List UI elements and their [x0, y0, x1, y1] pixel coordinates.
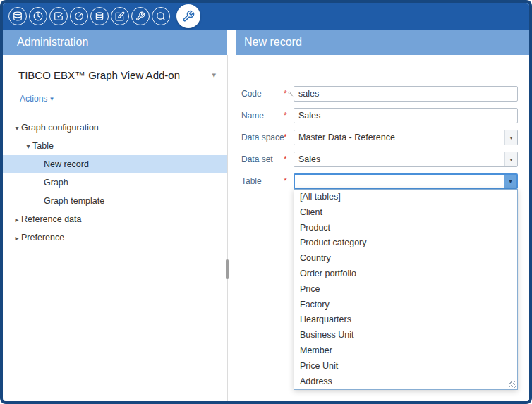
expanded-arrow-icon[interactable]: ▾	[24, 142, 32, 150]
tree-item-graph-template[interactable]: Graph template	[3, 192, 227, 210]
tree-item-label: New record	[44, 159, 89, 169]
required-marker: *	[284, 133, 287, 142]
required-marker-group: *	[284, 176, 294, 186]
form-row-name: Name *	[241, 108, 518, 123]
workflow-edit-icon[interactable]	[111, 7, 129, 25]
data-set-select[interactable]: Sales ▾	[294, 152, 518, 167]
chevron-down-icon[interactable]: ▾	[504, 175, 516, 188]
required-marker: *	[284, 89, 287, 99]
sidebar: TIBCO EBX™ Graph View Add-on ▾ Actions ▾…	[3, 55, 227, 401]
actions-label: Actions	[20, 94, 47, 104]
tree-item-label: Graph template	[44, 196, 104, 206]
panel-splitter	[227, 55, 236, 401]
tree-item-graph[interactable]: Graph	[3, 173, 227, 192]
code-input[interactable]	[294, 86, 518, 102]
dropdown-option[interactable]: Product category	[294, 235, 517, 251]
addon-title: TIBCO EBX™ Graph View Add-on	[18, 69, 180, 81]
data-space-select[interactable]: Master Data - Reference ▾	[294, 130, 518, 145]
required-marker: *	[284, 111, 287, 121]
primary-key-icon	[288, 91, 294, 97]
chevron-down-icon[interactable]: ▾	[504, 130, 517, 145]
dropdown-option[interactable]: Country	[294, 251, 517, 267]
dropdown-option[interactable]: Member	[294, 343, 517, 359]
tree-item-label: Graph configuration	[21, 123, 99, 133]
dropdown-option[interactable]: [All tables]	[294, 190, 517, 205]
chevron-down-icon[interactable]: ▾	[504, 152, 517, 166]
table-select[interactable]: ▾	[294, 173, 518, 189]
data-models-icon[interactable]	[8, 7, 27, 25]
new-record-form: Code * Name * Data space *	[236, 55, 529, 401]
form-row-code: Code *	[241, 86, 518, 102]
header-band: Administration New record	[3, 30, 529, 55]
chevron-down-icon[interactable]: ▾	[209, 69, 219, 81]
panel-title-administration: Administration	[3, 30, 227, 55]
select-value: Master Data - Reference	[298, 133, 395, 142]
tree-item-label: Preference	[21, 233, 64, 243]
caret-down-icon: ▾	[50, 95, 54, 102]
tree-item-new-record[interactable]: New record	[3, 155, 227, 173]
splitter-drag-handle[interactable]	[226, 259, 229, 279]
ebx-window: Administration New record TIBCO EBX™ Gra…	[0, 0, 532, 404]
header-gap	[227, 30, 236, 55]
collapsed-arrow-icon[interactable]: ▸	[13, 216, 21, 224]
form-row-data-space: Data space * Master Data - Reference ▾	[241, 130, 518, 145]
dropdown-option[interactable]: Price	[294, 282, 517, 298]
tree-item-graph-configuration[interactable]: ▾ Graph configuration	[3, 118, 227, 137]
dashboard-icon[interactable]	[70, 7, 88, 25]
table-options-dropdown: [All tables] Client Product Product cate…	[294, 189, 518, 390]
search-icon[interactable]	[152, 7, 170, 25]
dropdown-option[interactable]: Business Unit	[294, 328, 517, 343]
tree-item-label: Graph	[44, 178, 68, 188]
dropdown-resize-handle[interactable]	[509, 381, 516, 388]
required-marker-group: *	[284, 133, 294, 142]
form-row-data-set: Data set * Sales ▾	[241, 152, 518, 167]
dropdown-option[interactable]: Hearquarters	[294, 312, 517, 328]
addon-title-row: TIBCO EBX™ Graph View Add-on ▾	[3, 69, 227, 81]
history-icon[interactable]	[29, 7, 47, 25]
tree-item-table[interactable]: ▾ Table	[3, 137, 227, 155]
dropdown-option[interactable]: Address	[294, 374, 517, 390]
required-marker: *	[284, 154, 287, 164]
dropdown-option[interactable]: Client	[294, 205, 517, 221]
required-marker-group: *	[284, 154, 294, 164]
required-marker-group: *	[284, 111, 294, 121]
tools-icon[interactable]	[131, 7, 150, 25]
dropdown-option[interactable]: Order portfolio	[294, 267, 517, 282]
dataspaces-icon[interactable]	[90, 7, 109, 25]
validation-icon[interactable]	[49, 7, 68, 25]
field-label-data-space: Data space	[241, 133, 284, 142]
dropdown-option[interactable]: Product	[294, 221, 517, 236]
content-area: TIBCO EBX™ Graph View Add-on ▾ Actions ▾…	[3, 55, 529, 401]
field-label-table: Table	[241, 176, 284, 186]
expanded-arrow-icon[interactable]: ▾	[13, 124, 21, 132]
tree-item-reference-data[interactable]: ▸ Reference data	[3, 210, 227, 228]
required-marker: *	[284, 176, 287, 186]
select-value: Sales	[298, 154, 320, 164]
name-input[interactable]	[294, 108, 518, 123]
administration-wrench-icon[interactable]	[176, 4, 200, 28]
field-label-code: Code	[241, 89, 284, 99]
collapsed-arrow-icon[interactable]: ▸	[13, 234, 21, 242]
dropdown-option[interactable]: Price Unit	[294, 359, 517, 374]
page-title-new-record: New record	[236, 30, 529, 55]
top-toolbar	[3, 3, 529, 30]
field-label-data-set: Data set	[241, 154, 284, 164]
dropdown-option[interactable]: Factory	[294, 298, 517, 313]
form-row-table: Table * ▾	[241, 173, 518, 189]
navigation-tree: ▾ Graph configuration ▾ Table New record…	[3, 118, 227, 247]
tree-item-label: Table	[32, 141, 54, 151]
tree-item-preference[interactable]: ▸ Preference	[3, 228, 227, 247]
field-label-name: Name	[241, 111, 284, 121]
actions-menu-button[interactable]: Actions ▾	[20, 94, 54, 104]
required-marker-group: *	[284, 89, 294, 99]
tree-item-label: Reference data	[21, 214, 81, 224]
